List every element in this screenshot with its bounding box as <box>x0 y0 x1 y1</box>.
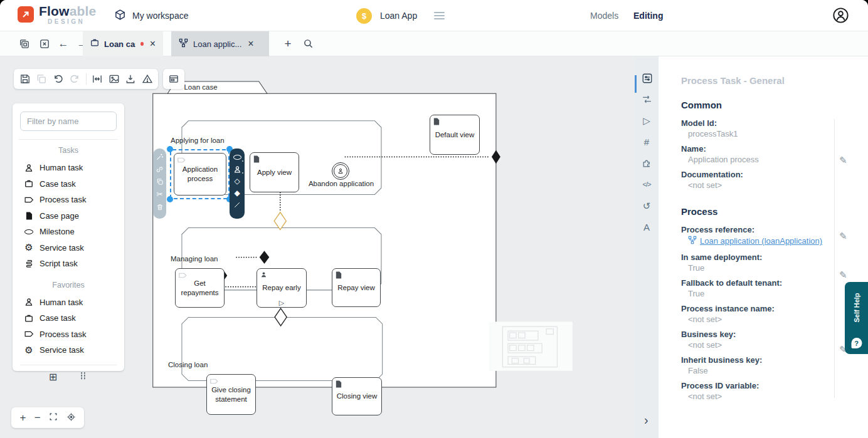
task-default-view[interactable]: Default view <box>430 115 480 155</box>
export-image-icon[interactable] <box>109 73 120 85</box>
create-exit-sentry-icon[interactable]: ◆ <box>233 189 241 197</box>
task-repay-view[interactable]: Repay view <box>332 268 381 307</box>
case-page-icon <box>336 380 342 390</box>
field-name[interactable]: Name: Application process <box>681 143 840 165</box>
process-model-icon <box>179 38 188 50</box>
favorite-item-process-task[interactable]: Process task <box>20 326 117 343</box>
app-selector[interactable]: $ Loan App <box>356 8 445 24</box>
edit-process-reference-icon[interactable]: ✎ <box>839 231 847 242</box>
case-model-icon <box>90 38 99 50</box>
search-tabs-icon[interactable] <box>302 38 314 50</box>
general-properties-icon[interactable] <box>642 73 652 83</box>
form-panel-icon[interactable] <box>168 73 179 85</box>
source-code-icon[interactable]: </> <box>642 179 652 190</box>
close-tabs-icon[interactable] <box>39 38 50 50</box>
palette-item-process-task[interactable]: Process task <box>20 192 117 208</box>
trash-icon[interactable] <box>156 202 164 211</box>
save-icon[interactable] <box>19 73 31 85</box>
zoom-in-icon[interactable]: + <box>19 412 26 423</box>
task-give-closing-statement[interactable]: Give closing statement <box>206 374 256 415</box>
panel-title: Process Task - General <box>681 75 840 86</box>
task-closing-view[interactable]: Closing view <box>332 377 382 415</box>
field-fallback-default-tenant[interactable]: Fallback to default tenant: True <box>681 278 840 299</box>
magic-wand-icon[interactable] <box>156 152 164 161</box>
minimap[interactable] <box>489 321 573 370</box>
palette-filter-input[interactable] <box>20 112 117 131</box>
close-tab-icon[interactable]: × <box>150 38 156 50</box>
task-repay-early[interactable]: Repay early ▷ <box>257 268 307 308</box>
selection-handle-sw[interactable] <box>167 196 173 202</box>
diagram-canvas[interactable]: Loan case Applying for loan Managing loa… <box>0 56 635 438</box>
favorite-item-service-task[interactable]: ⚙ Service task <box>20 342 117 358</box>
field-inherit-business-key[interactable]: Inherit business key: False <box>681 355 840 376</box>
favorite-item-human-task[interactable]: Human task <box>20 295 117 311</box>
self-help-tab[interactable]: Self Help ? <box>845 282 868 354</box>
process-reference-link[interactable]: Loan application (loanApplication) <box>700 235 822 248</box>
app-menu-icon[interactable] <box>434 12 445 19</box>
field-process-id-variable[interactable]: Process ID variable: <not set> <box>681 380 840 402</box>
selection-outline[interactable] <box>170 149 230 199</box>
palette-item-human-task[interactable]: Human task <box>20 160 117 176</box>
variables-icon[interactable]: # <box>642 137 652 147</box>
favorite-item-case-task[interactable]: Case task <box>20 310 117 326</box>
new-tab-icon[interactable]: + <box>282 38 294 50</box>
edit-name-icon[interactable]: ✎ <box>839 155 847 166</box>
scissors-icon[interactable]: ✂ <box>156 190 164 199</box>
field-in-same-deployment[interactable]: In same deployment: True <box>681 252 840 273</box>
back-icon[interactable]: ← <box>58 38 69 50</box>
case-page-icon <box>24 212 34 220</box>
duplicate-icon[interactable] <box>36 73 47 85</box>
link-icon[interactable] <box>156 165 164 174</box>
event-listener-abandon[interactable] <box>332 162 349 180</box>
palette-item-service-task[interactable]: ⚙ Service task <box>20 240 117 256</box>
nav-models[interactable]: Models <box>590 11 618 21</box>
palette-item-script-task[interactable]: Script task <box>20 256 117 272</box>
download-icon[interactable] <box>125 73 136 85</box>
field-process-instance-name[interactable]: Process instance name: <not set> <box>681 303 840 325</box>
zoom-out-icon[interactable]: − <box>34 412 41 423</box>
create-milestone-icon[interactable] <box>233 153 241 162</box>
process-task-icon <box>24 197 34 203</box>
extensions-icon[interactable] <box>642 158 652 169</box>
task-apply-view[interactable]: Apply view <box>250 152 299 192</box>
task-get-repayments[interactable]: Get repayments <box>175 268 225 308</box>
stage-closing-shape[interactable] <box>182 317 383 380</box>
text-annotation-icon[interactable]: A <box>642 222 652 232</box>
field-business-key[interactable]: Business key: <not set> <box>681 329 840 350</box>
history-icon[interactable]: ↺ <box>642 201 652 211</box>
flowable-logo-icon[interactable] <box>18 6 34 23</box>
create-entry-sentry-icon[interactable]: ◇ <box>233 177 241 185</box>
field-documentation[interactable]: Documentation: <not set> <box>681 169 840 190</box>
field-model-id[interactable]: Model Id: processTask1 <box>681 118 840 139</box>
create-human-task-icon[interactable] <box>233 165 241 174</box>
undo-icon[interactable] <box>53 73 64 85</box>
workspace-selector[interactable]: My workspace <box>114 8 188 23</box>
center-target-icon[interactable] <box>66 412 76 424</box>
selection-handle-nw[interactable] <box>167 146 173 152</box>
collapse-palette-icon[interactable] <box>78 371 88 383</box>
case-task-icon <box>24 179 34 188</box>
validation-warnings-icon[interactable] <box>142 73 153 85</box>
copy-icon[interactable] <box>156 177 164 186</box>
collapse-panel-icon[interactable]: › <box>644 413 648 427</box>
palette-item-milestone[interactable]: Milestone <box>20 224 117 240</box>
tab-list-icon[interactable] <box>19 38 30 50</box>
shape-palette: Tasks Human task Case task Process task … <box>13 103 124 371</box>
tab-loan-application[interactable]: Loan applic... × <box>171 31 269 56</box>
user-avatar-icon[interactable] <box>832 7 849 24</box>
play-decorator-icon: ▷ <box>279 300 284 306</box>
redo-icon[interactable] <box>69 73 80 85</box>
fit-width-icon[interactable] <box>92 73 103 85</box>
edit-deployment-icon[interactable]: ✎ <box>839 269 847 281</box>
field-process-reference[interactable]: Process reference: Loan application (loa… <box>681 224 840 248</box>
create-connector-icon[interactable] <box>233 201 241 209</box>
tab-loan-case[interactable]: Loan case × <box>83 31 163 56</box>
nav-editing[interactable]: Editing <box>633 11 663 21</box>
execution-icon[interactable]: ▷ <box>642 115 652 126</box>
io-mapping-icon[interactable] <box>642 94 652 105</box>
palette-item-case-page[interactable]: Case page <box>20 208 117 224</box>
palette-item-case-task[interactable]: Case task <box>20 176 117 192</box>
grid-view-icon[interactable]: ⊞ <box>49 371 57 383</box>
fit-screen-icon[interactable] <box>49 412 58 423</box>
close-tab-icon[interactable]: × <box>248 38 253 50</box>
